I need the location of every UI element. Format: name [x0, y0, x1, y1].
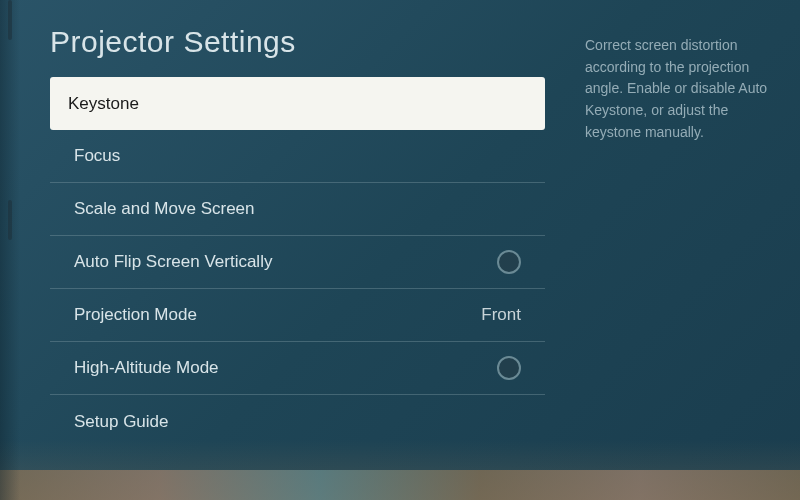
menu-item-label: Scale and Move Screen — [74, 199, 255, 219]
menu-item-label: Setup Guide — [74, 412, 169, 432]
menu-item-label: High-Altitude Mode — [74, 358, 219, 378]
settings-container: Projector Settings Keystone Focus Scale … — [0, 0, 800, 500]
item-description: Correct screen distortion according to t… — [585, 35, 770, 143]
radio-icon — [497, 356, 521, 380]
menu-item-high-altitude[interactable]: High-Altitude Mode — [50, 342, 545, 395]
menu-item-value: Front — [481, 305, 521, 325]
menu-item-label: Projection Mode — [74, 305, 197, 325]
menu-item-focus[interactable]: Focus — [50, 130, 545, 183]
menu-item-keystone[interactable]: Keystone — [50, 77, 545, 130]
menu-item-setup-guide[interactable]: Setup Guide — [50, 395, 545, 448]
menu-item-label: Keystone — [68, 94, 139, 114]
description-sidebar: Correct screen distortion according to t… — [545, 25, 770, 480]
menu-item-projection-mode[interactable]: Projection Mode Front — [50, 289, 545, 342]
menu-item-label: Focus — [74, 146, 120, 166]
settings-menu: Keystone Focus Scale and Move Screen Aut… — [50, 77, 545, 448]
menu-item-label: Auto Flip Screen Vertically — [74, 252, 272, 272]
radio-icon — [497, 250, 521, 274]
menu-item-auto-flip[interactable]: Auto Flip Screen Vertically — [50, 236, 545, 289]
page-title: Projector Settings — [50, 25, 545, 59]
menu-item-scale-move[interactable]: Scale and Move Screen — [50, 183, 545, 236]
main-panel: Projector Settings Keystone Focus Scale … — [50, 25, 545, 480]
